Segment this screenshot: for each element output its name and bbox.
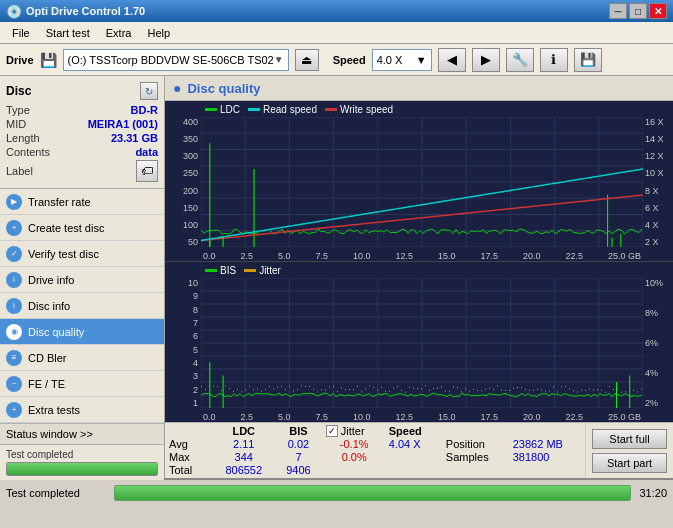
- status-window-button[interactable]: Status window >>: [0, 423, 164, 445]
- ldc-header: LDC: [216, 425, 271, 437]
- app-title: Opti Drive Control 1.70: [26, 5, 609, 17]
- disc-refresh-button[interactable]: ↻: [140, 82, 158, 100]
- stats-section: LDC BIS ✓ Jitter Speed Avg 2.11 0.02 -0.…: [165, 422, 673, 478]
- read-speed-color: [248, 108, 260, 111]
- sidebar-item-disc-info[interactable]: i Disc info: [0, 293, 164, 319]
- top-chart-y-axis-left: 400 350 300 250 200 150 100 50: [165, 117, 201, 247]
- sidebar-item-transfer-rate[interactable]: ▶ Transfer rate: [0, 189, 164, 215]
- extra-tests-icon: +: [6, 402, 22, 418]
- position-value: 23862 MB: [513, 438, 581, 450]
- disc-label-icon: 🏷: [141, 164, 153, 178]
- sidebar-item-create-test-disc[interactable]: + Create test disc: [0, 215, 164, 241]
- test-completed-section: Test completed: [0, 445, 164, 480]
- bottom-chart-y-axis-right: 10% 8% 6% 4% 2%: [643, 278, 673, 408]
- transfer-rate-icon: ▶: [6, 194, 22, 210]
- disc-contents-value: data: [135, 146, 158, 158]
- top-chart-canvas: [201, 117, 643, 247]
- position-label: Position: [446, 438, 507, 450]
- status-window-label: Status window >>: [6, 428, 93, 440]
- bottom-chart: BIS Jitter 10 9 8 7 6 5 4 3: [165, 262, 673, 422]
- write-speed-color: [325, 108, 337, 111]
- test-progress-bar: [6, 462, 158, 476]
- legend-jitter: Jitter: [244, 265, 281, 276]
- eject-button[interactable]: ⏏: [295, 49, 319, 71]
- sidebar: Disc ↻ Type BD-R MID MEIRA1 (001) Length…: [0, 76, 165, 478]
- ldc-avg: 2.11: [216, 438, 271, 450]
- disc-label-label: Label: [6, 165, 33, 177]
- app-icon: 💿: [6, 4, 22, 19]
- menu-file[interactable]: File: [4, 25, 38, 41]
- bis-color: [205, 269, 217, 272]
- prev-speed-button[interactable]: ◀: [438, 48, 466, 72]
- drive-label: Drive: [6, 54, 34, 66]
- sidebar-item-fe-te[interactable]: ~ FE / TE: [0, 371, 164, 397]
- avg-label: Avg: [169, 438, 210, 450]
- sidebar-item-label-transfer-rate: Transfer rate: [28, 196, 91, 208]
- sidebar-item-label-disc-quality: Disc quality: [28, 326, 84, 338]
- menu-start-test[interactable]: Start test: [38, 25, 98, 41]
- sidebar-item-label-fe-te: FE / TE: [28, 378, 65, 390]
- bis-header: BIS: [277, 425, 320, 437]
- jitter-checkbox-row[interactable]: ✓ Jitter: [326, 425, 383, 437]
- sidebar-item-label-extra-tests: Extra tests: [28, 404, 80, 416]
- next-speed-button[interactable]: ▶: [472, 48, 500, 72]
- window-controls: ─ □ ✕: [609, 3, 667, 19]
- drive-selector[interactable]: (O:) TSSTcorp BDDVDW SE-506CB TS02 ▼: [63, 49, 289, 71]
- menubar: File Start test Extra Help: [0, 22, 673, 44]
- test-completed-label: Test completed: [6, 449, 158, 460]
- sidebar-item-verify-test-disc[interactable]: ✓ Verify test disc: [0, 241, 164, 267]
- disc-mid-value: MEIRA1 (001): [88, 118, 158, 130]
- speed-header: Speed: [389, 425, 440, 437]
- sidebar-item-cd-bler[interactable]: ≡ CD Bler: [0, 345, 164, 371]
- maximize-button[interactable]: □: [629, 3, 647, 19]
- jitter-checkbox[interactable]: ✓: [326, 425, 338, 437]
- create-test-disc-icon: +: [6, 220, 22, 236]
- legend-write-speed: Write speed: [325, 104, 393, 115]
- bottom-chart-canvas: [201, 278, 643, 408]
- jitter-avg: -0.1%: [326, 438, 383, 450]
- charts-container: LDC Read speed Write speed 400 350 30: [165, 101, 673, 422]
- disc-mid-label: MID: [6, 118, 26, 130]
- save-button[interactable]: 💾: [574, 48, 602, 72]
- disc-length-row: Length 23.31 GB: [6, 132, 158, 144]
- speed-selector[interactable]: 4.0 X ▼: [372, 49, 432, 71]
- info-button[interactable]: ℹ: [540, 48, 568, 72]
- disc-length-label: Length: [6, 132, 40, 144]
- menu-help[interactable]: Help: [139, 25, 178, 41]
- close-button[interactable]: ✕: [649, 3, 667, 19]
- main-layout: Disc ↻ Type BD-R MID MEIRA1 (001) Length…: [0, 76, 673, 478]
- ldc-label: LDC: [220, 104, 240, 115]
- start-part-button[interactable]: Start part: [592, 453, 667, 473]
- disc-section-title: Disc: [6, 84, 31, 98]
- bottom-chart-x-axis: 0.0 2.5 5.0 7.5 10.0 12.5 15.0 17.5 20.0…: [201, 412, 643, 422]
- max-label: Max: [169, 451, 210, 463]
- minimize-button[interactable]: ─: [609, 3, 627, 19]
- statusbar-progress-bar: [114, 485, 631, 501]
- top-chart-x-axis: 0.0 2.5 5.0 7.5 10.0 12.5 15.0 17.5 20.0…: [201, 251, 643, 261]
- content-title: Disc quality: [187, 81, 260, 96]
- statusbar-progress-fill: [115, 486, 630, 500]
- ldc-max: 344: [216, 451, 271, 463]
- fe-te-icon: ~: [6, 376, 22, 392]
- start-full-button[interactable]: Start full: [592, 429, 667, 449]
- sidebar-item-drive-info[interactable]: i Drive info: [0, 267, 164, 293]
- drivebar: Drive 💾 (O:) TSSTcorp BDDVDW SE-506CB TS…: [0, 44, 673, 76]
- sidebar-item-extra-tests[interactable]: + Extra tests: [0, 397, 164, 423]
- bis-avg: 0.02: [277, 438, 320, 450]
- disc-label-button[interactable]: 🏷: [136, 160, 158, 182]
- menu-extra[interactable]: Extra: [98, 25, 140, 41]
- sidebar-item-disc-quality[interactable]: ◉ Disc quality: [0, 319, 164, 345]
- content-area: ● Disc quality LDC Read speed: [165, 76, 673, 478]
- statusbar-time: 31:20: [639, 487, 667, 499]
- sidebar-item-label-disc-info: Disc info: [28, 300, 70, 312]
- drive-dropdown-arrow: ▼: [274, 54, 284, 65]
- content-header: ● Disc quality: [165, 76, 673, 101]
- statusbar-text: Test completed: [6, 487, 106, 499]
- sidebar-item-label-cd-bler: CD Bler: [28, 352, 67, 364]
- cd-bler-icon: ≡: [6, 350, 22, 366]
- disc-type-label: Type: [6, 104, 30, 116]
- legend-read-speed: Read speed: [248, 104, 317, 115]
- disc-info-icon: i: [6, 298, 22, 314]
- disc-contents-row: Contents data: [6, 146, 158, 158]
- settings-button[interactable]: 🔧: [506, 48, 534, 72]
